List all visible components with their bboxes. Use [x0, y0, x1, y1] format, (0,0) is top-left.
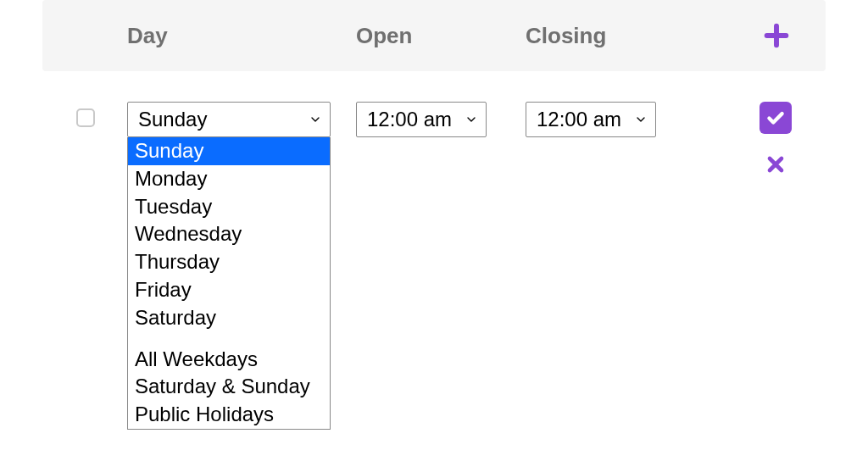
- header-closing: Closing: [526, 23, 606, 48]
- day-option-thursday[interactable]: Thursday: [128, 248, 330, 276]
- day-option-allweekdays[interactable]: All Weekdays: [128, 346, 330, 374]
- plus-icon: [762, 21, 791, 50]
- close-icon: [764, 153, 787, 176]
- chevron-down-icon: [309, 113, 322, 126]
- open-time-value: 12:00 am: [367, 108, 452, 131]
- day-select[interactable]: Sunday: [127, 102, 331, 137]
- chevron-down-icon: [465, 113, 478, 126]
- day-option-saturday[interactable]: Saturday: [128, 304, 330, 332]
- add-row-button[interactable]: [761, 20, 792, 51]
- close-time-value: 12:00 am: [537, 108, 621, 131]
- header-day: Day: [127, 23, 168, 48]
- day-option-weekend[interactable]: Saturday & Sunday: [128, 373, 330, 401]
- check-icon: [765, 107, 787, 129]
- close-time-select[interactable]: 12:00 am: [526, 102, 656, 137]
- day-option-friday[interactable]: Friday: [128, 276, 330, 304]
- day-select-wrap: Sunday Sunday Monday Tuesday Wednesday T…: [127, 102, 331, 137]
- row-checkbox[interactable]: [76, 108, 95, 127]
- table-row: Sunday Sunday Monday Tuesday Wednesday T…: [42, 71, 826, 210]
- day-option-tuesday[interactable]: Tuesday: [128, 193, 330, 221]
- day-select-value: Sunday: [138, 108, 207, 131]
- chevron-down-icon: [634, 113, 648, 126]
- open-time-select[interactable]: 12:00 am: [356, 102, 487, 137]
- confirm-button[interactable]: [760, 102, 792, 134]
- day-option-wednesday[interactable]: Wednesday: [128, 220, 330, 248]
- day-option-monday[interactable]: Monday: [128, 165, 330, 193]
- header-open: Open: [356, 23, 412, 48]
- table-header: Day Open Closing: [42, 0, 826, 71]
- day-option-holidays[interactable]: Public Holidays: [128, 401, 330, 429]
- day-dropdown: Sunday Monday Tuesday Wednesday Thursday…: [127, 137, 331, 430]
- schedule-panel: Day Open Closing Sunday: [0, 0, 868, 210]
- cancel-button[interactable]: [760, 149, 791, 180]
- day-option-sunday[interactable]: Sunday: [128, 137, 330, 165]
